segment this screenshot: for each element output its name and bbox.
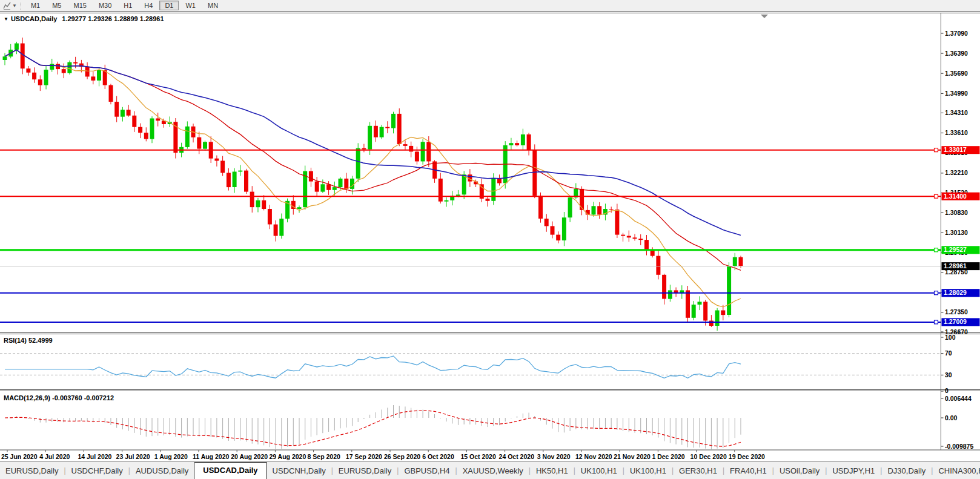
chart-tab-ger30-h1[interactable]: GER30,H1 bbox=[674, 464, 723, 479]
timeframe-button-h1[interactable]: H1 bbox=[118, 1, 137, 10]
date-axis-label: 15 Oct 2020 bbox=[460, 453, 496, 460]
toolbar-grip[interactable] bbox=[21, 2, 21, 10]
candle-bearish bbox=[515, 143, 519, 145]
candle-bearish bbox=[556, 235, 560, 241]
candle-bullish bbox=[668, 290, 672, 299]
price-tick-label: 1.30130 bbox=[945, 229, 968, 236]
candle-bullish bbox=[238, 171, 242, 172]
date-axis-label: 12 Nov 2020 bbox=[575, 453, 612, 460]
line-handle-1.27009[interactable] bbox=[935, 320, 938, 324]
candle-bearish bbox=[250, 192, 254, 208]
line-handle-1.31400[interactable] bbox=[935, 194, 938, 198]
chart-tab-eurusd-daily[interactable]: EURUSD,Daily bbox=[0, 464, 64, 479]
candle-bullish bbox=[203, 142, 207, 148]
chart-tab-china300-h1[interactable]: CHINA300,H1 bbox=[933, 464, 980, 479]
timeframe-toolbar: ▼ M1M5M15M30H1H4D1W1MN bbox=[0, 0, 980, 12]
candle-bearish bbox=[545, 219, 549, 226]
timeframe-button-m30[interactable]: M30 bbox=[93, 1, 117, 10]
candle-bearish bbox=[644, 240, 649, 250]
chart-canvas[interactable]: 1.370901.363901.356901.349901.343101.336… bbox=[0, 12, 980, 462]
chart-tab-usdjpy-h1[interactable]: USDJPY,H1 bbox=[827, 464, 880, 479]
timeframe-button-w1[interactable]: W1 bbox=[180, 1, 201, 10]
date-axis-label: 3 Nov 2020 bbox=[537, 453, 571, 460]
date-axis-label: 4 Jul 2020 bbox=[39, 453, 70, 460]
chart-tab-audusd-daily[interactable]: AUDUSD,Daily bbox=[130, 464, 194, 479]
candle-bullish bbox=[333, 187, 337, 190]
date-axis-label: 26 Sep 2020 bbox=[384, 453, 420, 460]
chart-tab-uk100-h1[interactable]: UK100,H1 bbox=[575, 464, 623, 479]
chart-shift-marker-icon[interactable] bbox=[761, 15, 768, 18]
line-price-label: 1.31400 bbox=[944, 193, 967, 200]
chart-tab-usdchf-daily[interactable]: USDCHF,Daily bbox=[66, 464, 128, 479]
candle-bullish bbox=[356, 148, 360, 179]
price-tick-label: 1.35690 bbox=[945, 70, 968, 77]
candle-bearish bbox=[26, 68, 30, 73]
candle-bullish bbox=[339, 179, 343, 187]
chart-tab-usoil-daily[interactable]: USOil,Daily bbox=[774, 464, 825, 479]
candle-bearish bbox=[38, 79, 42, 85]
candle-bearish bbox=[415, 151, 419, 161]
candle-bullish bbox=[368, 126, 372, 150]
candle-bearish bbox=[132, 116, 136, 127]
date-axis-label: 6 Oct 2020 bbox=[422, 453, 454, 460]
line-handle-1.29527[interactable] bbox=[935, 248, 938, 252]
chart-tab-hk50-h1[interactable]: HK50,H1 bbox=[531, 464, 574, 479]
candle-bearish bbox=[91, 76, 95, 81]
candle-bearish bbox=[703, 302, 707, 320]
date-axis-label: 21 Nov 2020 bbox=[614, 453, 651, 460]
candle-bearish bbox=[551, 226, 555, 234]
chart-tab-fra40-h1[interactable]: FRA40,H1 bbox=[724, 464, 772, 479]
timeframe-button-m5[interactable]: M5 bbox=[47, 1, 67, 10]
candle-bullish bbox=[67, 62, 71, 73]
candle-bearish bbox=[114, 102, 119, 117]
chart-tab-usdcnh-daily[interactable]: USDCNH,Daily bbox=[267, 464, 331, 479]
candle-bearish bbox=[656, 256, 660, 275]
chart-tab-usdcad-daily[interactable]: USDCAD,Daily bbox=[194, 462, 267, 479]
candle-bearish bbox=[621, 235, 625, 236]
candle-bearish bbox=[127, 110, 131, 116]
candle-bullish bbox=[509, 143, 513, 145]
candle-bullish bbox=[44, 70, 48, 85]
candle-bearish bbox=[439, 179, 443, 202]
candle-bullish bbox=[562, 217, 566, 240]
date-axis-label: 11 Aug 2020 bbox=[193, 453, 229, 460]
price-tick-label: 1.37090 bbox=[945, 30, 968, 37]
chart-tab-eurusd-daily[interactable]: EURUSD,Daily bbox=[333, 464, 397, 479]
candle-bearish bbox=[397, 114, 402, 144]
candle-bearish bbox=[274, 225, 278, 236]
chart-tab-uk100-h1[interactable]: UK100,H1 bbox=[624, 464, 672, 479]
price-tick-label: 1.33610 bbox=[945, 129, 968, 136]
line-price-label: 1.33017 bbox=[944, 146, 967, 153]
date-axis-label: 8 Sep 2020 bbox=[308, 453, 340, 460]
candle-bullish bbox=[568, 197, 572, 217]
candle-bearish bbox=[73, 62, 78, 64]
candle-bearish bbox=[62, 69, 66, 73]
line-handle-1.28029[interactable] bbox=[935, 291, 938, 295]
line-handle-1.33017[interactable] bbox=[935, 148, 938, 152]
date-axis-label: 10 Dec 2020 bbox=[690, 453, 727, 460]
candle-bearish bbox=[638, 239, 643, 240]
candle-bearish bbox=[156, 119, 160, 121]
candle-bearish bbox=[32, 73, 36, 79]
timeframe-button-m1[interactable]: M1 bbox=[25, 1, 45, 10]
candle-bearish bbox=[309, 171, 313, 182]
ma-line-slow bbox=[5, 50, 741, 235]
timeframe-button-mn[interactable]: MN bbox=[202, 1, 223, 10]
chart-tab-dj30-daily[interactable]: DJ30,Daily bbox=[882, 464, 931, 479]
chart-tab-gbpusd-h4[interactable]: GBPUSD,H4 bbox=[399, 464, 455, 479]
candle-bearish bbox=[739, 257, 743, 266]
candle-bearish bbox=[527, 134, 531, 150]
timeframe-button-d1[interactable]: D1 bbox=[159, 1, 179, 10]
timeframe-button-h4[interactable]: H4 bbox=[139, 1, 158, 10]
dropdown-caret-icon[interactable]: ▼ bbox=[12, 3, 17, 8]
timeframe-button-m15[interactable]: M15 bbox=[68, 1, 91, 10]
chart-tab-xauusd-weekly[interactable]: XAUUSD,Weekly bbox=[457, 464, 529, 479]
date-axis-label: 1 Dec 2020 bbox=[652, 453, 684, 460]
candle-bullish bbox=[350, 179, 354, 189]
rsi-axis-label: 0 bbox=[945, 387, 949, 394]
candle-bullish bbox=[391, 114, 396, 128]
candle-bullish bbox=[297, 207, 302, 209]
line-price-label: 1.28029 bbox=[944, 289, 967, 296]
candle-bearish bbox=[220, 161, 225, 173]
chart-tool-icon[interactable] bbox=[3, 2, 11, 10]
